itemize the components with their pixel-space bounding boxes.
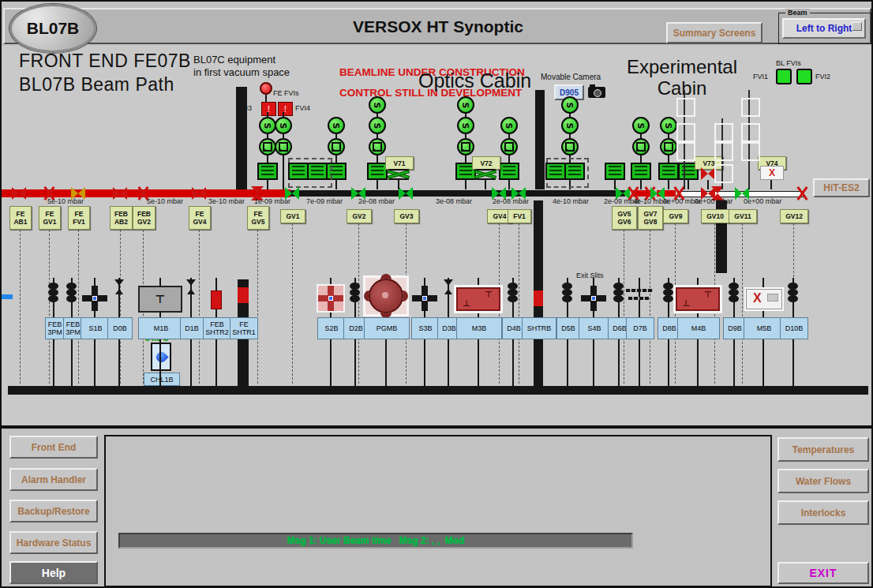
m4b-icon[interactable]: ⊤⊥ xyxy=(676,287,720,311)
gauge-icon[interactable]: S xyxy=(369,117,386,134)
gauge-icon[interactable] xyxy=(500,138,518,155)
m3b-icon[interactable]: ⊤⊥ xyxy=(456,287,500,311)
beam-valve-icon[interactable] xyxy=(399,187,413,200)
valve-label[interactable]: GV10 xyxy=(701,209,729,223)
fe-shtr1-label[interactable]: FE SHTR1 xyxy=(230,317,258,339)
valve-label[interactable]: FE FV1 xyxy=(68,206,90,230)
feb-3pm-icon[interactable] xyxy=(66,283,77,290)
m3b-label[interactable]: M3B xyxy=(456,317,502,339)
temperatures-button[interactable]: Temperatures xyxy=(777,437,869,462)
alarm-handler-button[interactable]: Alarm Handler xyxy=(9,468,98,491)
gauge-icon[interactable] xyxy=(369,138,386,155)
front-end-button[interactable]: Front End xyxy=(9,436,98,459)
gauge-icon[interactable] xyxy=(457,138,474,155)
d6b-icon[interactable] xyxy=(613,283,624,290)
valve-label[interactable]: GV5 GV6 xyxy=(612,206,637,230)
valve-label[interactable]: FEB AB2 xyxy=(110,206,133,230)
fe-shtr1-icon[interactable] xyxy=(238,287,249,303)
gauge-icon[interactable] xyxy=(561,138,579,155)
valve-label[interactable]: GV7 GV8 xyxy=(638,206,663,230)
m5b-label[interactable]: M5B xyxy=(744,317,785,339)
valve-label[interactable]: V72 xyxy=(472,156,500,170)
gauge-icon[interactable]: S xyxy=(500,117,518,134)
ion-pump-icon[interactable] xyxy=(257,163,278,180)
valve-label[interactable]: FE GV5 xyxy=(247,206,269,230)
gauge-icon[interactable]: S xyxy=(632,117,650,134)
beam-valve-icon[interactable] xyxy=(796,185,808,201)
gauge-icon[interactable] xyxy=(259,138,276,155)
hardware-status-button[interactable]: Hardware Status xyxy=(9,531,98,554)
gauge-icon[interactable]: S xyxy=(259,117,276,134)
help-button[interactable]: Help xyxy=(9,561,98,584)
gauge-icon[interactable] xyxy=(275,138,292,155)
d3b-icon[interactable] xyxy=(444,279,453,286)
gauge-icon[interactable] xyxy=(660,138,677,155)
valve-label[interactable]: FE AB1 xyxy=(9,206,32,230)
s4b-icon[interactable] xyxy=(581,286,606,311)
valve-label[interactable]: FE GV4 xyxy=(189,206,211,230)
feb-shtr2-icon[interactable] xyxy=(211,290,222,309)
d2b-icon[interactable] xyxy=(350,283,360,290)
d10b-icon[interactable] xyxy=(788,283,798,290)
d0b-icon[interactable] xyxy=(114,279,124,286)
ion-pump-icon[interactable] xyxy=(605,163,625,180)
beam-valve-icon[interactable] xyxy=(12,187,26,200)
valve-label[interactable]: GV11 xyxy=(729,209,757,223)
ion-pump-icon[interactable] xyxy=(658,163,679,180)
gauge-icon[interactable]: S xyxy=(328,117,345,134)
valve-label[interactable]: FE GV1 xyxy=(39,206,61,230)
valve-label[interactable]: FV1 xyxy=(508,209,531,223)
d9b-icon[interactable] xyxy=(729,283,739,290)
summary-screens-button[interactable]: Summary Screens xyxy=(666,22,762,43)
gauge-icon[interactable] xyxy=(328,138,345,155)
gauge-icon[interactable]: S xyxy=(660,117,677,134)
d10b-label[interactable]: D10B xyxy=(780,317,808,339)
interlocks-button[interactable]: Interlocks xyxy=(777,500,869,525)
s3b-label[interactable]: S3B xyxy=(411,317,440,339)
d7b-icon[interactable] xyxy=(626,287,653,305)
chiller-label[interactable]: CHL1B xyxy=(144,373,180,386)
feb-shtr2-label[interactable]: FEB SHTR2 xyxy=(203,317,231,339)
gauge-icon[interactable]: S xyxy=(561,96,579,114)
beam-valve-icon[interactable] xyxy=(113,187,127,200)
m1b-label[interactable]: M1B xyxy=(138,317,184,339)
valve-label[interactable]: GV12 xyxy=(780,209,808,223)
beam-valve-icon[interactable] xyxy=(192,187,206,200)
d5b-icon[interactable] xyxy=(562,283,572,290)
d0b-label[interactable]: D0B xyxy=(107,317,133,339)
beam-direction-select[interactable]: Left to Right xyxy=(782,18,866,39)
hit-es2-button[interactable]: HiT-ES2 xyxy=(813,178,870,197)
d1b-label[interactable]: D1B xyxy=(180,317,204,339)
ion-pump-icon[interactable] xyxy=(545,163,566,180)
m1b-icon[interactable]: ⊤ xyxy=(138,286,182,313)
s2b-label[interactable]: S2B xyxy=(317,317,346,339)
ion-pump-icon[interactable] xyxy=(307,163,328,180)
d8b-icon[interactable] xyxy=(663,283,673,290)
s1b-icon[interactable] xyxy=(82,286,107,311)
ion-pump-icon[interactable] xyxy=(564,163,585,180)
s4b-label[interactable]: S4B xyxy=(579,317,610,339)
valve-label[interactable]: GV3 xyxy=(394,209,419,223)
gauge-icon[interactable]: S xyxy=(561,117,579,134)
backup-restore-button[interactable]: Backup/Restore xyxy=(9,500,98,522)
water-flows-button[interactable]: Water Flows xyxy=(777,469,869,493)
valve-icon[interactable] xyxy=(701,167,715,180)
exit-button[interactable]: EXIT xyxy=(777,562,869,584)
butterfly-valve-icon[interactable] xyxy=(387,169,410,180)
s1b-label[interactable]: S1B xyxy=(81,317,111,339)
butterfly-valve-icon[interactable] xyxy=(474,169,497,180)
pgmb-icon[interactable] xyxy=(365,278,407,314)
ion-pump-icon[interactable] xyxy=(631,163,651,180)
ion-pump-icon[interactable] xyxy=(499,163,519,180)
valve-label[interactable]: GV9 xyxy=(663,209,688,223)
pgmb-label[interactable]: PGMB xyxy=(364,317,410,339)
s2b-icon[interactable] xyxy=(318,286,343,311)
ion-pump-icon[interactable] xyxy=(288,163,309,180)
d4b-icon[interactable] xyxy=(508,283,518,290)
closed-valve-icon[interactable]: X xyxy=(760,166,784,180)
valve-label[interactable]: FEB GV2 xyxy=(133,206,155,230)
valve-label[interactable]: GV2 xyxy=(347,209,372,223)
d5b-label[interactable]: D5B xyxy=(556,317,580,339)
m5b-icon[interactable]: X xyxy=(746,289,782,309)
valve-label[interactable]: GV1 xyxy=(280,209,305,223)
